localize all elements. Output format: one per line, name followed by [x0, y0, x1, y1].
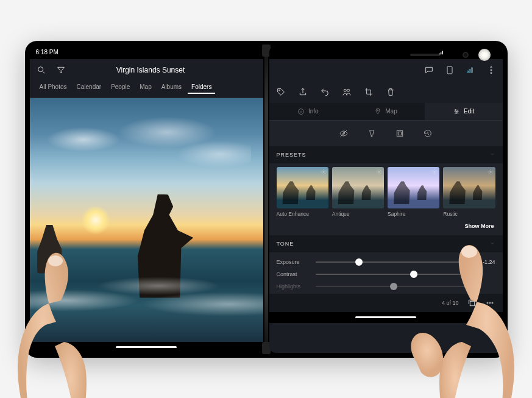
tab-albums[interactable]: Albums — [158, 81, 185, 94]
svg-rect-28 — [398, 132, 401, 135]
group-icon[interactable] — [341, 87, 352, 98]
presets-section-header[interactable]: PRESETS — [269, 146, 503, 163]
svg-point-34 — [487, 302, 488, 304]
photo-viewport[interactable] — [30, 98, 263, 342]
filter-icon[interactable] — [55, 65, 66, 76]
slider-highlights[interactable]: Highlights — [277, 280, 495, 293]
slider-thumb[interactable] — [355, 258, 363, 266]
category-tabs: All Photos Calendar People Map Albums Fo… — [30, 81, 263, 98]
svg-point-4 — [38, 66, 43, 71]
svg-point-36 — [492, 302, 493, 304]
preset-antique[interactable]: Antique — [332, 167, 384, 217]
device-hinge — [264, 46, 268, 353]
slider-thumb[interactable] — [390, 283, 397, 290]
eye-off-icon[interactable] — [338, 128, 349, 139]
status-time: 6:18 PM — [36, 49, 59, 55]
crop-icon[interactable] — [363, 87, 374, 98]
subtab-map[interactable]: Map — [347, 103, 425, 120]
svg-rect-7 — [452, 52, 453, 53]
svg-point-35 — [489, 302, 491, 304]
slider-track[interactable] — [316, 261, 472, 263]
slider-track[interactable] — [316, 274, 472, 275]
signal-strength-icon[interactable] — [465, 65, 476, 76]
svg-point-31 — [434, 171, 436, 172]
preset-label: Antique — [332, 211, 384, 217]
tab-folders[interactable]: Folders — [188, 81, 215, 94]
chevron-down-icon — [489, 240, 495, 247]
slider-contrast[interactable]: Contrast — [277, 268, 495, 280]
edit-toolbar — [269, 81, 503, 103]
svg-rect-6 — [449, 51, 453, 53]
preset-thumb — [388, 167, 439, 208]
chevron-down-icon — [489, 151, 495, 158]
svg-rect-1 — [83, 51, 86, 54]
svg-point-24 — [456, 112, 457, 113]
preset-saphire[interactable]: Saphire — [388, 167, 439, 217]
detail-tabs: Info Map Edit — [269, 103, 503, 121]
app-header-right — [269, 59, 503, 81]
slider-value: -1.24 — [478, 259, 495, 265]
slider-track[interactable] — [316, 286, 472, 287]
preset-rustic[interactable]: Rustic — [443, 167, 495, 217]
trash-icon[interactable] — [385, 87, 396, 98]
right-screen: Info Map Edit — [269, 46, 503, 353]
slider-thumb[interactable] — [410, 271, 417, 278]
undo-icon[interactable] — [319, 87, 330, 98]
cast-icon — [62, 49, 68, 55]
subtab-edit[interactable]: Edit — [425, 103, 503, 120]
page-count: 4 of 10 — [442, 300, 459, 306]
share-icon[interactable] — [297, 87, 308, 98]
show-more-button[interactable]: Show More — [269, 221, 503, 235]
subtab-info[interactable]: Info — [269, 103, 347, 120]
svg-point-10 — [491, 69, 492, 71]
battery-icon — [448, 49, 454, 55]
svg-rect-0 — [63, 50, 68, 53]
slider-label: Contrast — [277, 271, 310, 277]
status-bar-left: 6:18 PM — [30, 46, 263, 59]
nav-handle[interactable] — [116, 346, 177, 348]
left-screen: 6:18 PM Virgin Islands Sunset — [30, 46, 263, 353]
svg-point-32 — [489, 171, 491, 172]
svg-point-17 — [301, 110, 302, 110]
preset-label: Saphire — [388, 211, 439, 217]
gear-icon — [376, 169, 382, 175]
more-horizontal-icon[interactable] — [484, 297, 495, 308]
slider-exposure[interactable]: Exposure -1.24 — [277, 256, 495, 268]
subtab-info-label: Info — [308, 108, 319, 115]
frame-icon[interactable] — [394, 128, 405, 139]
svg-point-13 — [344, 89, 346, 91]
tab-calendar[interactable]: Calendar — [73, 81, 105, 94]
tone-section-header[interactable]: TONE — [269, 235, 503, 252]
android-icon — [82, 49, 88, 55]
copy-icon[interactable] — [466, 297, 477, 308]
signal-icon — [438, 49, 444, 55]
svg-rect-8 — [447, 66, 452, 74]
svg-point-11 — [491, 72, 492, 73]
svg-point-23 — [457, 111, 458, 112]
more-icon[interactable] — [486, 65, 497, 76]
nav-bar-left — [30, 342, 263, 353]
slider-label: Highlights — [277, 283, 310, 290]
slider-label: Exposure — [277, 259, 310, 265]
preset-thumb — [277, 167, 328, 208]
preset-label: Rustic — [443, 211, 495, 217]
comment-icon[interactable] — [424, 65, 434, 76]
svg-line-5 — [43, 71, 44, 73]
tab-map[interactable]: Map — [136, 81, 155, 94]
footer-bar: 4 of 10 — [269, 294, 503, 312]
svg-point-18 — [377, 110, 378, 111]
device-icon[interactable] — [444, 65, 455, 76]
tab-all-photos[interactable]: All Photos — [36, 81, 71, 94]
tag-icon[interactable] — [275, 87, 286, 98]
search-icon[interactable] — [36, 65, 47, 76]
tab-people[interactable]: People — [107, 81, 133, 94]
wifi-icon — [428, 49, 434, 55]
preset-auto-enhance[interactable]: Auto Enhance — [277, 167, 328, 217]
gear-icon — [431, 169, 438, 175]
gear-icon — [321, 169, 327, 175]
tone-label: TONE — [277, 241, 294, 247]
glass-icon[interactable] — [366, 128, 377, 139]
history-icon[interactable] — [422, 128, 433, 139]
nav-handle[interactable] — [355, 316, 416, 318]
svg-point-12 — [278, 90, 279, 90]
